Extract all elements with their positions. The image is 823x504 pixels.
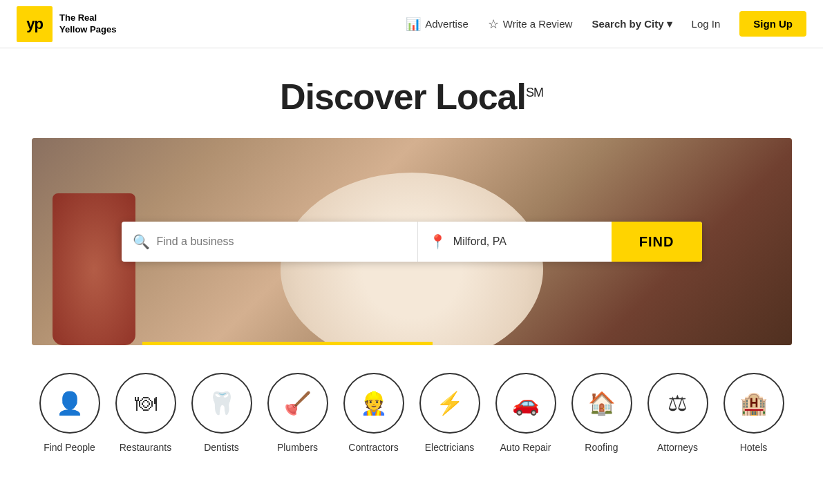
write-review-link[interactable]: ☆ Write a Review bbox=[488, 17, 573, 32]
logo[interactable]: yp The Real Yellow Pages bbox=[17, 6, 116, 42]
hero-section: Discover LocalSM 🔍 📍 FIND bbox=[0, 48, 823, 345]
plumbers-label: Plumbers bbox=[277, 442, 318, 453]
hero-image: 🔍 📍 FIND bbox=[32, 138, 792, 345]
roofing-label: Roofing bbox=[585, 442, 618, 453]
search-by-city-dropdown[interactable]: Search by City ▾ bbox=[592, 18, 672, 30]
category-item-find-people[interactable]: 👤Find People bbox=[32, 373, 108, 453]
contractors-label: Contractors bbox=[348, 442, 398, 453]
category-item-electricians[interactable]: ⚡Electricians bbox=[412, 373, 488, 453]
logo-text: The Real Yellow Pages bbox=[59, 12, 116, 36]
dentists-icon: 🦷 bbox=[191, 373, 252, 434]
chevron-down-icon: ▾ bbox=[667, 18, 672, 30]
login-button[interactable]: Log In bbox=[692, 18, 721, 30]
electricians-icon: ⚡ bbox=[419, 373, 480, 434]
category-item-restaurants[interactable]: 🍽Restaurants bbox=[108, 373, 184, 453]
category-item-dentists[interactable]: 🦷Dentists bbox=[184, 373, 260, 453]
roofing-icon: 🏠 bbox=[571, 373, 632, 434]
category-item-auto-repair[interactable]: 🚗Auto Repair bbox=[488, 373, 564, 453]
categories-section: 👤Find People🍽Restaurants🦷Dentists🪠Plumbe… bbox=[0, 352, 823, 474]
category-item-attorneys[interactable]: ⚖Attorneys bbox=[640, 373, 716, 453]
category-item-contractors[interactable]: 👷Contractors bbox=[336, 373, 412, 453]
business-search-field[interactable]: 🔍 bbox=[122, 222, 418, 262]
search-icon: 🔍 bbox=[133, 233, 150, 250]
location-icon: 📍 bbox=[429, 233, 446, 250]
electricians-label: Electricians bbox=[425, 442, 475, 453]
hotels-icon: 🏨 bbox=[723, 373, 784, 434]
search-bar: 🔍 📍 FIND bbox=[122, 222, 702, 262]
glass-decoration bbox=[53, 193, 135, 345]
attorneys-label: Attorneys bbox=[657, 442, 698, 453]
advertise-icon: 📊 bbox=[406, 17, 421, 32]
logo-yp-text: yp bbox=[26, 15, 43, 33]
yellow-accent-line bbox=[142, 342, 433, 345]
header: yp The Real Yellow Pages 📊 Advertise ☆ W… bbox=[0, 0, 823, 48]
business-input[interactable] bbox=[157, 222, 406, 262]
find-people-label: Find People bbox=[44, 442, 95, 453]
plumbers-icon: 🪠 bbox=[267, 373, 328, 434]
auto-repair-label: Auto Repair bbox=[500, 442, 551, 453]
location-search-field[interactable]: 📍 bbox=[418, 222, 612, 262]
find-people-icon: 👤 bbox=[39, 373, 100, 434]
location-input[interactable] bbox=[453, 222, 600, 262]
header-nav: 📊 Advertise ☆ Write a Review Search by C… bbox=[406, 11, 806, 37]
auto-repair-icon: 🚗 bbox=[495, 373, 556, 434]
advertise-link[interactable]: 📊 Advertise bbox=[406, 17, 469, 32]
dentists-label: Dentists bbox=[204, 442, 239, 453]
category-item-roofing[interactable]: 🏠Roofing bbox=[564, 373, 640, 453]
hotels-label: Hotels bbox=[740, 442, 768, 453]
find-button[interactable]: FIND bbox=[612, 222, 702, 262]
logo-box: yp bbox=[17, 6, 53, 42]
contractors-icon: 👷 bbox=[343, 373, 404, 434]
restaurants-icon: 🍽 bbox=[115, 373, 176, 434]
attorneys-icon: ⚖ bbox=[647, 373, 708, 434]
hero-title: Discover LocalSM bbox=[0, 76, 823, 117]
category-item-plumbers[interactable]: 🪠Plumbers bbox=[260, 373, 336, 453]
restaurants-label: Restaurants bbox=[120, 442, 171, 453]
star-icon: ☆ bbox=[488, 17, 499, 32]
category-item-hotels[interactable]: 🏨Hotels bbox=[716, 373, 792, 453]
signup-button[interactable]: Sign Up bbox=[739, 11, 806, 37]
